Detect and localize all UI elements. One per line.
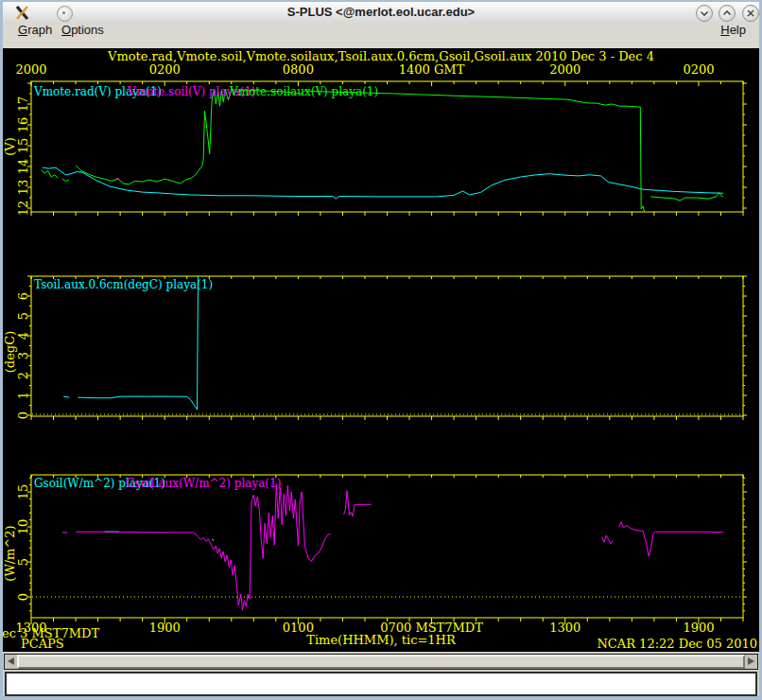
window-title: S-PLUS <@merlot.eol.ucar.edu> — [3, 5, 759, 19]
plot-region: Vmote.rad,Vmote.soil,Vmote.soilaux,Tsoil… — [3, 48, 759, 652]
close-button[interactable] — [742, 5, 759, 22]
scrollbar-right-arrow-icon[interactable] — [748, 657, 754, 665]
bottom-panel — [3, 652, 759, 696]
plot-frame — [31, 475, 743, 618]
splus-window: S-PLUS <@merlot.eol.ucar.edu> Graph Opti… — [0, 0, 762, 700]
close-icon — [743, 6, 758, 21]
plot-frame — [31, 276, 743, 416]
plot-frame — [31, 81, 743, 212]
series-line — [42, 169, 59, 178]
command-input[interactable] — [5, 672, 757, 696]
chevron-down-icon — [697, 6, 712, 21]
series-line — [78, 276, 198, 410]
series-line — [212, 539, 214, 540]
series-line — [344, 491, 372, 516]
series-line — [602, 535, 614, 544]
series-line — [76, 484, 330, 610]
footer-timestamp: NCAR 12:22 Dec 05 2010 — [597, 637, 757, 651]
scrollbar-left-arrow-icon[interactable] — [8, 657, 14, 665]
series-line — [650, 193, 723, 201]
chart-canvas — [3, 48, 759, 652]
minimize-button[interactable] — [696, 5, 713, 22]
horizontal-scrollbar[interactable] — [4, 654, 758, 670]
series-line — [619, 522, 723, 556]
menu-graph[interactable]: Graph — [18, 23, 52, 37]
maximize-button[interactable] — [719, 5, 736, 22]
series-line — [43, 167, 723, 199]
menu-help[interactable]: Help — [720, 23, 746, 37]
titlebar[interactable]: S-PLUS <@merlot.eol.ucar.edu> — [3, 2, 759, 24]
menubar: Graph Options Help — [3, 23, 759, 48]
scrollbar-thumb[interactable] — [17, 655, 745, 669]
chevron-up-icon — [719, 6, 735, 21]
menu-options[interactable]: Options — [61, 23, 104, 37]
series-line — [63, 396, 69, 397]
series-line — [62, 179, 69, 181]
